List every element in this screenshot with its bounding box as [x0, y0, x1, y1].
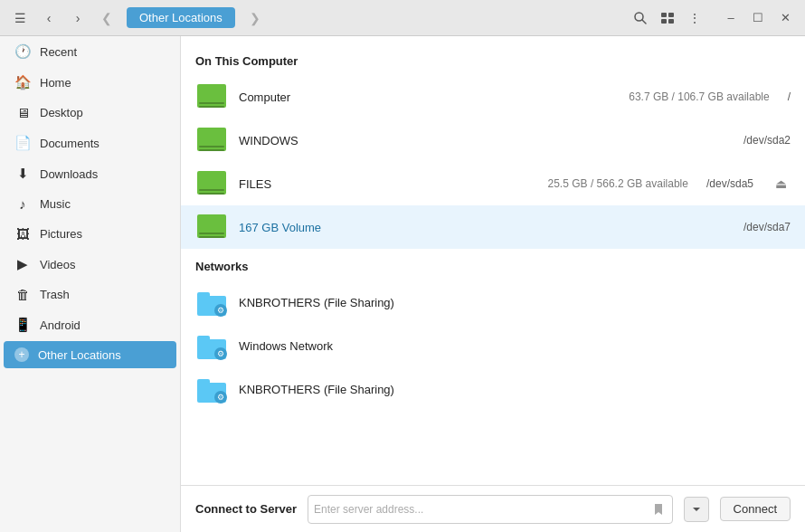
desktop-icon: 🖥	[14, 105, 31, 120]
connect-input-wrapper	[308, 495, 673, 524]
close-button[interactable]: ✕	[772, 5, 798, 31]
drive-icon-windows	[195, 124, 228, 157]
drive-icon-167gb	[195, 211, 228, 243]
music-icon: ♪	[14, 196, 31, 212]
forward-button[interactable]: ›	[65, 5, 90, 31]
sidebar-item-music[interactable]: ♪ Music	[4, 190, 176, 218]
gear-icon-2: ⚙	[214, 347, 227, 360]
trash-icon: 🗑	[14, 287, 31, 302]
plus-icon: +	[14, 347, 29, 362]
drive-name-files: FILES	[239, 177, 271, 191]
svg-rect-3	[668, 13, 674, 17]
recent-icon: 🕐	[14, 43, 31, 60]
drive-icon-files	[195, 167, 228, 200]
section-networks: Networks	[181, 256, 805, 280]
network-row-knbrothers1[interactable]: ⚙ KNBROTHERS (File Sharing)	[181, 280, 805, 324]
drive-dev-files: /dev/sda5	[706, 177, 753, 190]
sidebar-label-pictures: Pictures	[40, 227, 82, 241]
gear-icon: ⚙	[214, 304, 227, 317]
svg-rect-5	[668, 19, 674, 24]
home-icon: 🏠	[14, 74, 31, 90]
sidebar-label-desktop: Desktop	[40, 106, 83, 119]
dropdown-button[interactable]	[684, 497, 709, 522]
network-name-knbrothers2: KNBROTHERS (File Sharing)	[239, 383, 394, 396]
sidebar-label-music: Music	[40, 197, 71, 211]
network-name-knbrothers1: KNBROTHERS (File Sharing)	[239, 296, 394, 309]
drive-info-computer: 63.7 GB / 106.7 GB available /	[629, 90, 791, 103]
drive-dev-167gb: /dev/sda7	[743, 221, 791, 233]
network-icon-knbrothers1: ⚙	[195, 286, 228, 318]
maximize-button[interactable]: ☐	[745, 5, 771, 31]
sidebar-label-downloads: Downloads	[40, 167, 98, 181]
sidebar-item-desktop[interactable]: 🖥 Desktop	[4, 99, 176, 127]
svg-rect-4	[661, 19, 667, 24]
drive-info-files: 25.5 GB / 566.2 GB available /dev/sda5 ⏏	[548, 175, 791, 193]
hamburger-button[interactable]: ☰	[7, 5, 33, 31]
network-icon-knbrothers2: ⚙	[195, 373, 228, 405]
sidebar: 🕐 Recent 🏠 Home 🖥 Desktop 📄 Documents ⬇ …	[0, 36, 181, 532]
sidebar-item-other-locations[interactable]: + Other Locations	[4, 341, 176, 368]
drive-name-167gb: 167 GB Volume	[239, 221, 321, 234]
sidebar-item-pictures[interactable]: 🖼 Pictures	[4, 220, 176, 248]
android-icon: 📱	[14, 317, 31, 333]
titlebar-actions: ⋮ – ☐ ✕	[628, 5, 798, 31]
drive-row-files[interactable]: FILES 25.5 GB / 566.2 GB available /dev/…	[181, 162, 805, 205]
back-button[interactable]: ‹	[36, 5, 62, 31]
sidebar-item-recent[interactable]: 🕐 Recent	[4, 37, 176, 66]
sidebar-item-downloads[interactable]: ⬇ Downloads	[4, 159, 176, 188]
sidebar-item-documents[interactable]: 📄 Documents	[4, 128, 176, 157]
videos-icon: ▶	[14, 256, 31, 272]
sidebar-item-android[interactable]: 📱 Android	[4, 310, 176, 339]
breadcrumb-location[interactable]: Other Locations	[127, 7, 235, 28]
connect-button[interactable]: Connect	[720, 497, 791, 521]
sidebar-label-home: Home	[40, 76, 71, 90]
sidebar-label-videos: Videos	[40, 258, 76, 271]
drive-row-windows[interactable]: WINDOWS /dev/sda2	[181, 119, 805, 162]
pictures-icon: 🖼	[14, 226, 31, 242]
sidebar-item-videos[interactable]: ▶ Videos	[4, 250, 176, 279]
sidebar-item-home[interactable]: 🏠 Home	[4, 68, 176, 97]
network-name-windows-network: Windows Network	[239, 339, 333, 353]
network-row-windows-network[interactable]: ⚙ Windows Network	[181, 324, 805, 367]
search-button[interactable]	[628, 5, 653, 31]
svg-rect-2	[661, 13, 667, 17]
svg-line-1	[642, 20, 646, 24]
drive-size-files: 25.5 GB / 566.2 GB available	[548, 177, 688, 190]
downloads-icon: ⬇	[14, 166, 31, 182]
titlebar: ☰ ‹ › ❮ Other Locations ❯ ⋮ – ☐ ✕	[0, 0, 805, 36]
connect-label: Connect to Server	[195, 502, 297, 516]
sidebar-label-trash: Trash	[40, 288, 70, 301]
sidebar-label-other-locations: Other Locations	[38, 348, 121, 362]
sidebar-label-documents: Documents	[40, 137, 99, 150]
search-icon	[633, 11, 648, 25]
titlebar-nav: ☰ ‹ › ❮ Other Locations ❯	[7, 5, 268, 31]
network-row-knbrothers2[interactable]: ⚙ KNBROTHERS (File Sharing)	[181, 367, 805, 411]
drive-info-windows: /dev/sda2	[725, 134, 791, 147]
drive-row-computer[interactable]: Computer 63.7 GB / 106.7 GB available /	[181, 75, 805, 119]
drive-name-windows: WINDOWS	[239, 134, 298, 147]
drive-dev-windows: /dev/sda2	[743, 134, 791, 147]
sidebar-label-android: Android	[40, 318, 80, 332]
server-address-input[interactable]	[314, 503, 647, 516]
right-arrow-button[interactable]: ❯	[242, 5, 268, 31]
content-area: On This Computer Computer 63.7 GB / 106.…	[181, 36, 805, 532]
drive-row-167gb[interactable]: 167 GB Volume /dev/sda7	[181, 205, 805, 249]
drive-size-computer: 63.7 GB / 106.7 GB available	[629, 90, 769, 103]
section-on-this-computer: On This Computer	[181, 51, 805, 75]
sidebar-label-recent: Recent	[40, 45, 77, 59]
view-toggle-button[interactable]	[655, 5, 680, 31]
bookmark-icon-button[interactable]	[650, 501, 667, 518]
drive-dev-computer: /	[788, 90, 791, 103]
menu-button[interactable]: ⋮	[682, 5, 707, 31]
drive-icon-computer	[195, 81, 228, 113]
content-scroll: On This Computer Computer 63.7 GB / 106.…	[181, 36, 805, 485]
drive-name-computer: Computer	[239, 90, 290, 104]
bookmark-icon	[652, 503, 665, 516]
left-arrow-button[interactable]: ❮	[94, 5, 119, 31]
documents-icon: 📄	[14, 135, 31, 151]
main-layout: 🕐 Recent 🏠 Home 🖥 Desktop 📄 Documents ⬇ …	[0, 36, 805, 532]
eject-button-files[interactable]: ⏏	[772, 175, 791, 193]
minimize-button[interactable]: –	[718, 5, 743, 31]
gear-icon-3: ⚙	[214, 391, 227, 404]
sidebar-item-trash[interactable]: 🗑 Trash	[4, 280, 176, 309]
